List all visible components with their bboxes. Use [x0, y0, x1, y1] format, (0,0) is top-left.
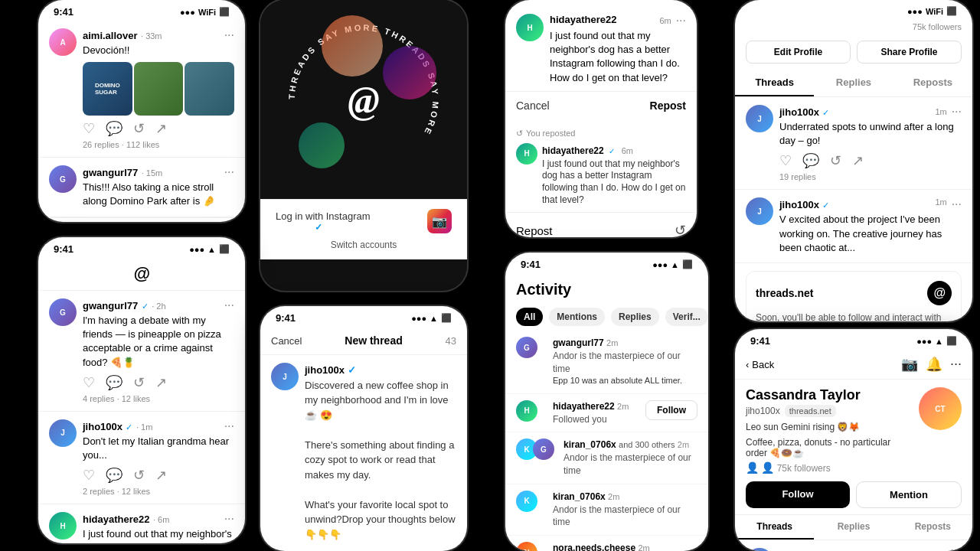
avatar: G: [49, 298, 77, 326]
profile-handle: jiho100x: [746, 406, 780, 416]
profile-name: Cassandra Taylor: [746, 387, 910, 403]
mention-button[interactable]: Mention: [856, 481, 962, 508]
more-icon[interactable]: ···: [952, 105, 962, 119]
status-icons-1: ●●● WiFi ⬛: [180, 7, 230, 17]
activity-item: G gwangurl77 2m Andor is the masterpiece…: [505, 331, 708, 394]
tab-mentions[interactable]: Mentions: [549, 308, 605, 326]
activity-time: 2m: [678, 440, 689, 449]
followers-count: 75k followers: [735, 19, 972, 34]
tab-all[interactable]: All: [516, 308, 543, 326]
activity-subtext: Epp 10 was an absolute ALL timer.: [553, 375, 697, 386]
tab-reposts[interactable]: Reposts: [893, 70, 972, 96]
tab-replies[interactable]: Replies: [814, 70, 893, 96]
status-bar-8: 9:41 ●●● ▲ ⬛: [735, 329, 972, 350]
more-icon[interactable]: ···: [224, 512, 234, 526]
instagram-icon[interactable]: 📷: [901, 356, 918, 373]
status-bar-7: 9:41 ●●● ▲ ⬛: [505, 253, 708, 273]
avatar: H: [516, 400, 537, 422]
activity-username: hidayathere22: [553, 401, 615, 412]
login-text-group: Log in with Instagram jiho100x ✓: [276, 210, 371, 233]
char-count: 43: [446, 335, 456, 347]
post-header: hidayathere22 · 6m ···: [83, 512, 234, 526]
profile-tabs-2: Threads Replies Reposts: [735, 514, 972, 540]
more-icon[interactable]: ···: [224, 165, 234, 179]
post-text: Devoción!!: [83, 44, 234, 57]
tab-reposts-2[interactable]: Reposts: [893, 515, 972, 540]
more-icon[interactable]: ···: [950, 356, 962, 373]
composer-body: J jiho100x ✓ Discovered a new coffee sho…: [260, 355, 467, 549]
cancel-button[interactable]: Cancel: [271, 335, 302, 347]
heart-icon[interactable]: ♡: [779, 152, 792, 169]
post-meta: 2 replies · 12 likes: [83, 487, 234, 496]
activity-time: 2m: [606, 338, 618, 347]
more-icon[interactable]: ···: [224, 419, 234, 433]
phone-composer: 9:41 ●●● ▲ ⬛ Cancel New thread 43 J jiho…: [260, 306, 467, 551]
status-bar-1: 9:41 ●●● WiFi ⬛: [38, 0, 245, 21]
composer-header: Cancel New thread 43: [260, 327, 467, 355]
repost-icon[interactable]: ↺: [133, 467, 145, 484]
share-profile-button[interactable]: Share Profile: [857, 41, 962, 64]
post-username: gwangurl77: [83, 300, 138, 311]
switch-accounts-link[interactable]: Switch accounts: [276, 240, 452, 250]
phone-profile-right: ●●● WiFi ⬛ 75k followers Edit Profile Sh…: [735, 0, 972, 321]
tab-replies[interactable]: Replies: [611, 308, 659, 326]
heart-icon[interactable]: ♡: [83, 374, 95, 391]
repost-icon[interactable]: ↺: [830, 152, 841, 169]
more-icon[interactable]: ···: [676, 14, 686, 28]
tab-threads[interactable]: Threads: [735, 70, 814, 96]
activity-time: 2m: [617, 402, 629, 411]
follow-button[interactable]: Follow: [645, 400, 697, 420]
more-icon[interactable]: ···: [952, 197, 962, 211]
comment-icon[interactable]: 💬: [106, 467, 122, 484]
status-bar-6: 9:41 ●●● ▲ ⬛: [260, 306, 467, 327]
repost-username: hidayathere22: [542, 145, 604, 156]
avatar: J: [746, 105, 773, 132]
cancel-button[interactable]: Cancel: [516, 99, 550, 112]
post-time: · 15m: [142, 168, 163, 178]
heart-icon[interactable]: ♡: [83, 467, 95, 484]
share-icon[interactable]: ↗: [155, 374, 167, 391]
post-username: gwangurl77: [83, 167, 138, 178]
feed-header: @: [38, 258, 245, 291]
repost-preview-row: H hidayathere22 ✓ 6m I just found out th…: [516, 143, 686, 206]
share-icon[interactable]: ↗: [155, 467, 167, 484]
more-icon[interactable]: ···: [224, 298, 234, 312]
comment-icon[interactable]: 💬: [106, 120, 122, 137]
heart-icon[interactable]: ♡: [83, 120, 95, 137]
phone-profile-detail: 9:41 ●●● ▲ ⬛ ‹ Back 📷 🔔 ··· Cassandra Ta…: [735, 329, 972, 551]
post-time: 6m: [659, 16, 671, 25]
repost-action-header: Cancel Repost: [505, 92, 697, 119]
tab-threads-2[interactable]: Threads: [735, 515, 814, 540]
activity-text: kiran_0706x 2m Andor is the masterpiece …: [553, 491, 697, 529]
post-time: · 1m: [136, 422, 152, 432]
post-time: 1m: [950, 548, 962, 551]
wifi-icon: WiFi: [926, 7, 943, 16]
repost-action-button[interactable]: Repost ↺: [505, 213, 697, 237]
post-header: gwangurl77 · 15m ···: [83, 165, 234, 179]
notification-icon[interactable]: 🔔: [926, 356, 942, 373]
avatar: J: [49, 419, 77, 447]
edit-profile-button[interactable]: Edit Profile: [746, 41, 851, 64]
you-reposted-notice: ↺You reposted H hidayathere22 ✓ 6m I jus…: [505, 126, 697, 213]
composer-text-area[interactable]: jiho100x ✓ Discovered a new coffee shop …: [305, 363, 456, 542]
back-arrow-icon: ‹: [746, 359, 749, 370]
profile-avatar: CT: [919, 387, 962, 430]
post-content: gwangurl77 ✓ · 2h ··· I'm having a debat…: [83, 298, 234, 403]
disc-2: [383, 46, 436, 99]
avatar: G: [49, 165, 77, 193]
share-icon[interactable]: ↗: [852, 152, 864, 169]
comment-icon[interactable]: 💬: [106, 374, 122, 391]
repost-preview-text: I just found out that my neighbor's dog …: [542, 158, 686, 206]
verified-icon: ✓: [822, 108, 829, 117]
follow-main-button[interactable]: Follow: [746, 481, 850, 508]
comment-icon[interactable]: 💬: [802, 152, 819, 169]
more-icon[interactable]: ···: [224, 28, 234, 42]
back-button[interactable]: ‹ Back: [746, 359, 774, 370]
back-label: Back: [752, 359, 774, 370]
share-icon[interactable]: ↗: [155, 120, 167, 137]
tab-replies-2[interactable]: Replies: [814, 515, 893, 540]
repost-icon[interactable]: ↺: [133, 374, 145, 391]
repost-icon[interactable]: ↺: [133, 120, 145, 137]
post-content: aimi.allover · 33m ··· Devoción!! DOMINO…: [83, 28, 234, 149]
tab-verified[interactable]: Verif...: [665, 308, 708, 326]
